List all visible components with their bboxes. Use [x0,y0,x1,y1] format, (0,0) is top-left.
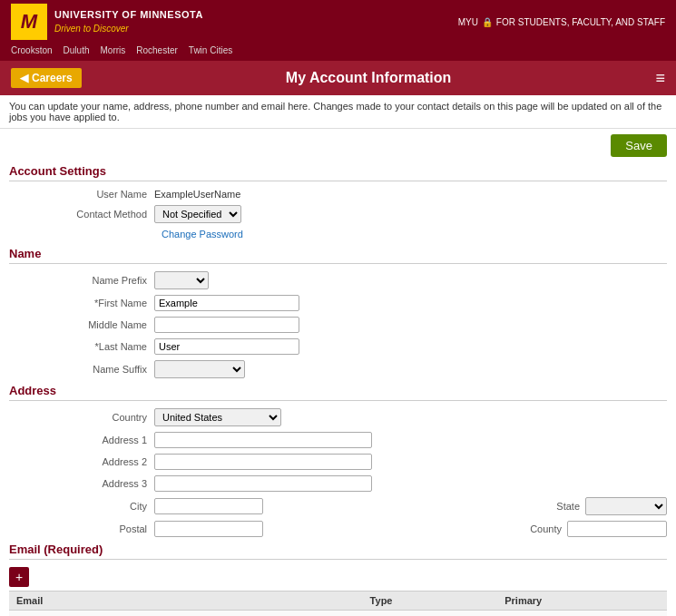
save-btn-row: Save [9,134,667,157]
address1-row: Address 1 [9,432,667,448]
careers-button[interactable]: ◀ Careers [11,68,82,88]
name-prefix-label: Name Prefix [9,275,154,286]
country-row: Country United States [9,408,667,426]
middle-name-input[interactable] [154,317,299,333]
left-arrow-icon: ◀ [20,72,28,84]
postal-row: Postal [9,521,504,537]
hamburger-icon[interactable]: ≡ [655,69,665,88]
address3-input[interactable] [154,475,372,492]
country-label: Country [9,412,154,423]
name-suffix-select[interactable] [154,360,245,378]
address-section-header: Address [9,384,667,401]
address1-input[interactable] [154,432,372,448]
email-add-row: + [9,567,667,587]
first-name-label: *First Name [9,298,154,308]
last-name-row: *Last Name [9,338,667,355]
type-col-header: Type [363,592,498,611]
content-area: Save Account Settings User Name ExampleU… [0,129,676,616]
middle-name-row: Middle Name [9,317,667,333]
email-cell: example@email.com [9,611,363,617]
first-name-row: *First Name [9,295,667,311]
city-input[interactable] [154,498,263,514]
county-label: County [522,523,567,534]
email-table-header-row: Email Type Primary [9,592,667,611]
nav-twin-cities[interactable]: Twin Cities [189,45,232,55]
name-section-header: Name [9,247,667,264]
middle-name-label: Middle Name [9,319,154,330]
myu-label: MYU [458,17,478,27]
primary-cell: Yes › [497,611,667,616]
logo-text: UNIVERSITY OF MINNESOTA Driven to Discov… [54,8,203,34]
name-suffix-label: Name Suffix [9,364,154,375]
country-select[interactable]: United States [154,408,281,426]
address1-label: Address 1 [9,435,154,445]
page-title: My Account Information [82,70,656,86]
username-label: User Name [9,189,154,200]
name-suffix-row: Name Suffix [9,360,667,378]
email-table-row[interactable]: example@email.com Home Yes › [9,611,667,617]
email-col-header: Email [9,592,363,611]
postal-input[interactable] [154,521,263,537]
email-section-header: Email (Required) [9,543,667,560]
last-name-label: *Last Name [9,341,154,352]
plus-icon: + [15,570,23,584]
save-button[interactable]: Save [611,134,667,157]
name-prefix-row: Name Prefix [9,271,667,289]
lock-icon: 🔒 [482,17,493,27]
nav-links: Crookston Duluth Morris Rochester Twin C… [0,44,676,61]
careers-label: Careers [32,72,73,84]
contact-method-row: Contact Method Not Specified [9,205,667,223]
username-row: User Name ExampleUserName [9,189,667,200]
nav-duluth[interactable]: Duluth [64,45,90,55]
nav-morris[interactable]: Morris [100,45,125,55]
city-label: City [9,501,154,512]
contact-method-label: Contact Method [9,209,154,220]
nav-rochester[interactable]: Rochester [136,45,178,55]
username-value: ExampleUserName [154,189,240,200]
state-row: State [540,497,667,515]
info-text: You can update your name, address, phone… [0,95,676,129]
add-email-button[interactable]: + [9,567,29,587]
address3-label: Address 3 [9,478,154,489]
last-name-input[interactable] [154,338,299,355]
staff-label: FOR STUDENTS, FACULTY, AND STAFF [496,17,665,27]
address2-row: Address 2 [9,454,667,470]
email-table: Email Type Primary example@email.com Hom… [9,591,667,616]
change-password-link[interactable]: Change Password [162,229,667,240]
top-right-nav: MYU 🔒 FOR STUDENTS, FACULTY, AND STAFF [458,17,665,27]
university-name: UNIVERSITY OF MINNESOTA [54,8,203,22]
city-row: City [9,498,522,514]
type-cell: Home [363,611,498,617]
postal-label: Postal [9,523,154,534]
logo-area: M UNIVERSITY OF MINNESOTA Driven to Disc… [11,4,203,40]
county-input[interactable] [567,521,667,537]
tagline: Driven to Discover [54,23,203,35]
primary-col-header: Primary [497,592,667,611]
top-header: M UNIVERSITY OF MINNESOTA Driven to Disc… [0,0,676,44]
sub-header: ◀ Careers My Account Information ≡ [0,61,676,95]
name-prefix-select[interactable] [154,271,209,289]
address2-input[interactable] [154,454,372,470]
address3-row: Address 3 [9,475,667,492]
first-name-input[interactable] [154,295,299,311]
contact-method-select[interactable]: Not Specified [154,205,241,223]
county-row: County [522,521,667,537]
logo-m: M [11,4,47,40]
state-select[interactable] [585,497,667,515]
state-label: State [540,501,585,512]
address2-label: Address 2 [9,456,154,467]
nav-crookston[interactable]: Crookston [11,45,53,55]
account-settings-header: Account Settings [9,164,667,181]
